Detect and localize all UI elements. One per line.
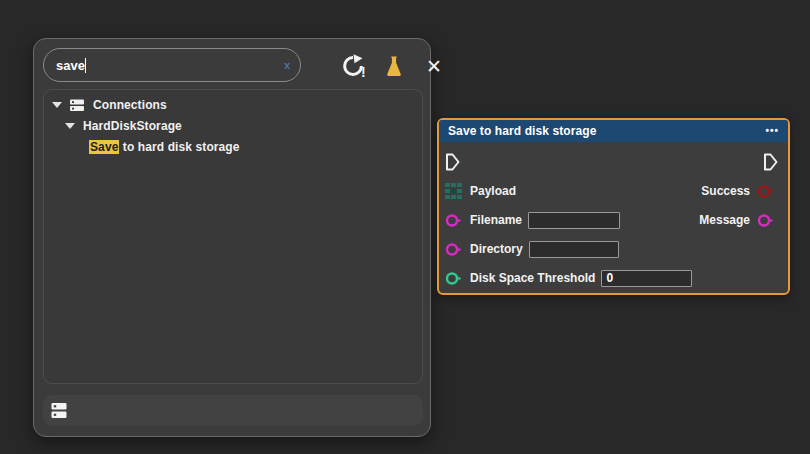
server-icon [51, 402, 67, 419]
pin-label: Filename [470, 213, 522, 227]
tree-item-save-to-hard-disk-storage[interactable]: Save to hard disk storage [44, 137, 422, 157]
input-row-filename: Filename [445, 210, 620, 230]
filename-pin-icon[interactable] [445, 212, 462, 229]
search-input-value: save [56, 58, 85, 73]
input-row-disk-space-threshold: Disk Space Threshold [445, 268, 692, 288]
threshold-pin-icon[interactable] [445, 270, 462, 287]
exec-pin-icon [762, 152, 779, 172]
pin-label: Message [699, 213, 750, 227]
server-icon [70, 99, 84, 112]
refresh-alert-icon[interactable]: ! [339, 52, 367, 80]
close-panel-icon[interactable]: ✕ [420, 52, 448, 80]
tree-item-label: HardDiskStorage [83, 119, 182, 133]
search-results-tree: Connections HardDiskStorage Save to hard… [43, 89, 423, 384]
close-glyph: ✕ [426, 55, 442, 78]
input-row-directory: Directory [445, 239, 619, 259]
panel-footer-bar[interactable] [43, 395, 423, 426]
filter-flask-icon[interactable] [381, 54, 407, 79]
clear-search-icon[interactable]: x [284, 60, 290, 71]
tree-item-connections[interactable]: Connections [44, 95, 422, 115]
exec-output-pin[interactable] [762, 152, 779, 172]
message-pin-icon[interactable] [757, 212, 774, 229]
filename-field[interactable] [528, 212, 620, 229]
more-options-icon[interactable]: ••• [765, 126, 779, 136]
exec-pin-icon [444, 152, 461, 172]
input-row-payload: Payload [445, 181, 522, 201]
chevron-down-icon[interactable] [52, 102, 62, 108]
chevron-down-icon[interactable] [65, 123, 75, 129]
tree-item-label: Connections [93, 98, 167, 112]
node-save-to-hard-disk-storage[interactable]: Save to hard disk storage ••• Payload Fi… [437, 118, 790, 295]
search-input[interactable]: save x [43, 48, 301, 82]
exec-input-pin[interactable] [444, 152, 461, 172]
pin-label: Success [701, 184, 750, 198]
output-row-success: Success [695, 181, 774, 201]
payload-pin-icon[interactable] [445, 183, 462, 200]
search-match-highlight: Save [89, 140, 119, 154]
node-search-panel: save x ! ✕ Connections H [33, 38, 431, 437]
tree-item-label: to hard disk storage [119, 140, 239, 154]
text-caret [85, 58, 87, 73]
node-title: Save to hard disk storage [448, 124, 597, 138]
tree-item-harddiskstorage[interactable]: HardDiskStorage [44, 116, 422, 136]
directory-field[interactable] [529, 241, 619, 258]
pin-label: Directory [470, 242, 523, 256]
success-pin-icon[interactable] [757, 183, 774, 200]
pin-label: Payload [470, 184, 516, 198]
pin-label: Disk Space Threshold [470, 271, 595, 285]
output-row-message: Message [693, 210, 774, 230]
node-title-bar[interactable]: Save to hard disk storage ••• [439, 120, 788, 142]
disk-space-threshold-field[interactable] [601, 270, 692, 287]
svg-text:!: ! [361, 64, 366, 79]
directory-pin-icon[interactable] [445, 241, 462, 258]
